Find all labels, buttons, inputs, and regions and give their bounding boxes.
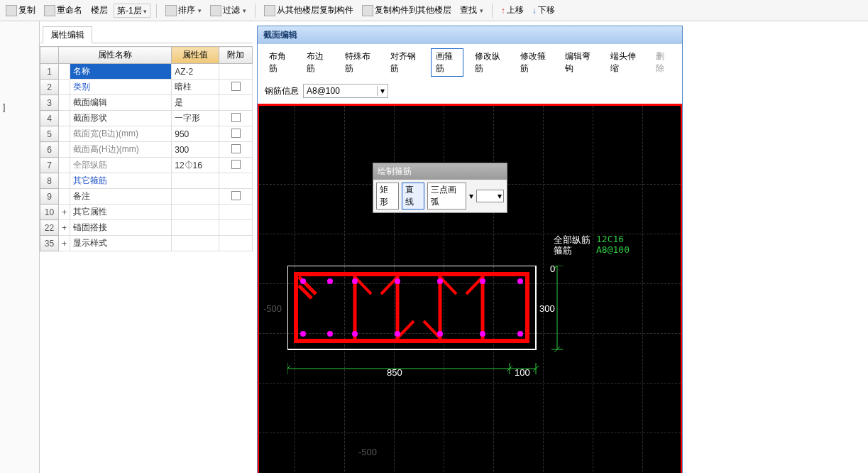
table-row[interactable]: 3截面编辑是: [40, 95, 253, 111]
table-row[interactable]: 1名称AZ-2: [40, 64, 253, 80]
prop-value[interactable]: 是: [172, 95, 219, 111]
shape-rect-button[interactable]: 矩形: [376, 183, 399, 210]
svg-line-9: [381, 277, 397, 294]
row-number: 8: [40, 173, 59, 189]
separator: [492, 4, 493, 18]
annot-all-rebar-value: 12C16: [596, 234, 624, 244]
tab-edit-hook[interactable]: 编辑弯钩: [561, 49, 599, 76]
tab-edge-rebar[interactable]: 布边筋: [302, 49, 333, 76]
row-number: 1: [40, 64, 59, 80]
copy-from-icon: [264, 5, 275, 16]
table-row[interactable]: 10+其它属性: [40, 205, 253, 220]
sort-button[interactable]: 排序: [163, 3, 204, 18]
row-number: 6: [40, 142, 59, 158]
row-number: 35: [40, 236, 59, 251]
prop-extra[interactable]: [219, 111, 253, 126]
dim-0: 0: [550, 263, 555, 274]
color-combo[interactable]: ▾: [476, 190, 504, 202]
property-panel: 属性编辑 属性名称 属性值 附加 1名称AZ-22类别暗柱3截面编辑是4截面形状…: [40, 21, 253, 473]
prop-value[interactable]: AZ-2: [172, 64, 219, 80]
prop-name: 截面高(H边)(mm): [70, 142, 172, 158]
prop-extra[interactable]: [219, 189, 253, 205]
copy-button[interactable]: 复制: [3, 3, 38, 18]
shape-line-button[interactable]: 直线: [402, 183, 424, 210]
expand-toggle: [59, 64, 70, 80]
find-button[interactable]: 查找: [457, 3, 486, 18]
prop-value[interactable]: 暗柱: [172, 80, 219, 95]
table-row[interactable]: 2类别暗柱: [40, 80, 253, 95]
copy-from-button[interactable]: 从其他楼层复制构件: [261, 3, 356, 18]
checkbox[interactable]: [231, 129, 241, 138]
prop-value[interactable]: [172, 173, 219, 189]
copy-icon: [6, 5, 17, 16]
checkbox[interactable]: [231, 191, 241, 200]
prop-name: 备注: [70, 189, 172, 205]
prop-value[interactable]: 一字形: [172, 111, 219, 126]
dropdown-icon[interactable]: ▾: [377, 86, 385, 96]
row-number: 7: [40, 158, 59, 173]
filter-icon: [210, 5, 221, 16]
expand-toggle[interactable]: +: [59, 236, 70, 251]
table-row[interactable]: 9备注: [40, 189, 253, 205]
prop-extra[interactable]: [219, 126, 253, 142]
table-row[interactable]: 8其它箍筋: [40, 173, 253, 189]
expand-toggle[interactable]: +: [59, 205, 70, 220]
tab-align-rebar[interactable]: 对齐钢筋: [386, 49, 424, 76]
tab-corner-rebar[interactable]: 布角筋: [265, 49, 295, 76]
table-row[interactable]: 22+锚固搭接: [40, 220, 253, 236]
table-row[interactable]: 6截面高(H边)(mm)300: [40, 142, 253, 158]
property-edit-tab[interactable]: 属性编辑: [43, 26, 92, 43]
prop-extra[interactable]: [219, 142, 253, 158]
tab-modify-stirrup[interactable]: 修改箍筋: [516, 49, 554, 76]
tab-special-rebar[interactable]: 特殊布筋: [341, 49, 379, 76]
checkbox[interactable]: [231, 113, 241, 122]
section-canvas[interactable]: 绘制箍筋 矩形 直线 三点画弧 ▾ ▾: [258, 104, 682, 473]
prop-value[interactable]: [172, 205, 219, 220]
axis-neg500-bottom: -500: [358, 447, 377, 457]
value-header: 属性值: [172, 47, 219, 64]
sort-icon: [165, 5, 177, 16]
dim-300: 300: [539, 303, 555, 314]
filter-button[interactable]: 过滤: [207, 3, 249, 18]
svg-line-13: [466, 277, 483, 294]
prop-value[interactable]: [172, 220, 219, 236]
table-row[interactable]: 7全部纵筋12⏀16: [40, 158, 253, 173]
prop-extra: [219, 236, 253, 251]
floor-select[interactable]: 第-1层: [114, 4, 150, 18]
annot-stirrup-value: A8@100: [596, 244, 630, 255]
svg-point-22: [327, 331, 333, 337]
prop-value[interactable]: 300: [172, 142, 219, 158]
prop-extra[interactable]: [219, 80, 253, 95]
tab-end-extend[interactable]: 端头伸缩: [606, 49, 644, 76]
tab-delete[interactable]: 删除: [652, 49, 675, 76]
checkbox[interactable]: [231, 160, 241, 169]
prop-value[interactable]: [172, 189, 219, 205]
row-number: 10: [40, 205, 59, 220]
move-up-button[interactable]: ↑上移: [498, 3, 527, 18]
table-row[interactable]: 4截面形状一字形: [40, 111, 253, 126]
prop-value[interactable]: 950: [172, 126, 219, 142]
prop-value[interactable]: [172, 236, 219, 251]
prop-name: 显示样式: [70, 236, 172, 251]
draw-stirrup-toolbar: 绘制箍筋 矩形 直线 三点画弧 ▾ ▾: [373, 163, 507, 213]
table-row[interactable]: 5截面宽(B边)(mm)950: [40, 126, 253, 142]
left-strip: ]: [0, 21, 40, 473]
expand-toggle[interactable]: +: [59, 220, 70, 236]
checkbox[interactable]: [231, 82, 241, 91]
checkbox[interactable]: [231, 144, 241, 153]
dropdown-icon[interactable]: ▾: [469, 191, 473, 201]
rebar-info-input[interactable]: A8@100 ▾: [303, 84, 388, 98]
prop-value[interactable]: 12⏀16: [172, 158, 219, 173]
prop-name: 全部纵筋: [70, 158, 172, 173]
tab-modify-long[interactable]: 修改纵筋: [471, 49, 509, 76]
move-down-button[interactable]: ↓下移: [529, 3, 558, 18]
tab-draw-stirrup[interactable]: 画箍筋: [431, 48, 463, 77]
rename-button[interactable]: 重命名: [41, 3, 85, 18]
section-drawing: [287, 266, 586, 393]
table-row[interactable]: 35+显示样式: [40, 236, 253, 251]
shape-arc-button[interactable]: 三点画弧: [427, 183, 466, 210]
svg-point-24: [395, 331, 400, 337]
prop-extra[interactable]: [219, 158, 253, 173]
copy-to-button[interactable]: 复制构件到其他楼层: [359, 3, 454, 18]
main-toolbar: 复制 重命名 楼层 第-1层 排序 过滤 从其他楼层复制构件 复制构件到其他楼层…: [0, 0, 868, 21]
